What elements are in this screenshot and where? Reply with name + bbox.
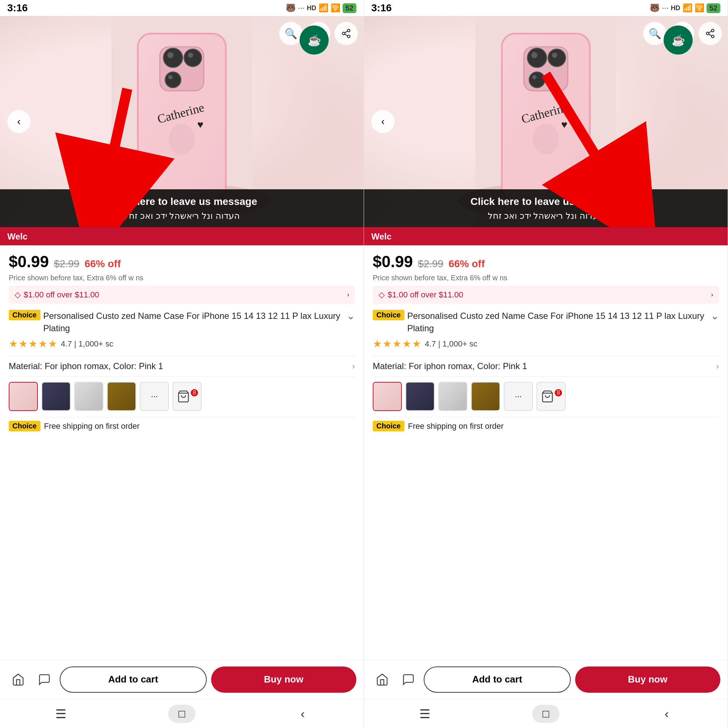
overlay-main-text-right: Click here to leave us message [371,195,720,208]
menu-nav-left[interactable]: ☰ [46,703,75,725]
svg-line-40 [709,34,712,36]
swatch-more-right[interactable]: ··· [504,382,533,411]
svg-line-19 [345,31,348,33]
home-nav-right[interactable]: □ [532,705,559,723]
material-arrow-left: › [352,361,355,371]
back-button-right[interactable]: ‹ [371,110,395,133]
material-text-left: Material: For iphon romax, Color: Pink 1 [9,361,163,371]
price-row-right: $0.99 $2.99 66% off [373,252,719,271]
swatch-3-left[interactable] [74,382,103,411]
add-to-cart-button-left[interactable]: Add to cart [60,667,207,693]
cart-swatch-left[interactable]: 8 [173,382,202,411]
product-info-right: $0.99 $2.99 66% off Price shown before t… [364,245,728,659]
material-row-left[interactable]: Material: For iphon romax, Color: Pink 1… [9,356,355,377]
expand-icon-right[interactable]: ⌄ [711,310,719,322]
stars-row-right: ★★★★★ 4.7 | 1,000+ sc [373,338,719,350]
welcome-strip-left: Welc [0,227,364,245]
product-title-row-right: Choice Personalised Custo zed Name Case … [373,310,719,334]
svg-text:♥: ♥ [561,119,567,130]
shipping-choice-badge-right: Choice [373,421,404,431]
chat-icon-left[interactable] [34,669,55,691]
svg-point-17 [348,35,350,38]
swatch-3-right[interactable] [438,382,467,411]
svg-point-38 [707,32,709,35]
more-icon-right: ··· [662,3,668,13]
bottom-actions-right: Add to cart Buy now [364,659,728,699]
expand-icon-left[interactable]: ⌄ [347,310,355,322]
back-button-left[interactable]: ‹ [7,110,31,133]
shipping-row-right: Choice Free shipping on first order [373,417,719,435]
overlay-sub-text-right: העדוה ונל ריאשהל ידכ ואכ זחל [371,210,720,221]
overlay-banner-right[interactable]: Click here to leave us message העדוה ונל… [364,189,728,227]
buy-now-button-right[interactable]: Buy now [575,667,721,693]
nav-bar-left: ☰ □ ‹ [0,699,364,728]
swatch-2-left[interactable] [41,382,70,411]
add-to-cart-button-right[interactable]: Add to cart [424,667,571,693]
overlay-banner-left[interactable]: Click here to leave us message העדוה ונל… [0,189,364,227]
top-icons-left: 🔍 ♡ ☕ [279,22,358,45]
home-nav-left[interactable]: □ [168,705,195,723]
coupon-arrow-right: › [711,292,713,298]
svg-point-33 [532,124,559,155]
svg-text:♥: ♥ [197,119,203,130]
chat-icon-right[interactable] [398,669,419,691]
right-panel: 3:16 🐻 ··· HD 📶 🛜 52 [364,0,728,728]
share-button-right[interactable] [699,22,722,45]
shipping-text-left: Free shipping on first order [44,422,140,431]
share-button-left[interactable] [335,22,358,45]
back-nav-right[interactable]: ‹ [652,703,681,725]
buy-now-button-left[interactable]: Buy now [211,667,357,693]
coupon-row-left[interactable]: ◇ $1.00 off over $11.00 › [9,286,355,304]
search-button-right[interactable]: 🔍 [643,22,667,45]
svg-line-18 [345,34,348,36]
svg-point-5 [164,48,183,67]
status-bar-left: 3:16 🐻 ··· HD 📶 🛜 52 [0,0,364,16]
svg-point-10 [168,75,173,80]
store-icon-right[interactable] [371,669,393,691]
back-icon-right: ‹ [381,116,384,127]
coupon-row-right[interactable]: ◇ $1.00 off over $11.00 › [373,286,719,304]
search-button-left[interactable]: 🔍 [279,22,303,45]
hd-icon-left: HD [307,5,316,12]
swatch-more-left[interactable]: ··· [140,382,169,411]
svg-point-11 [168,124,195,155]
back-nav-left[interactable]: ‹ [288,703,317,725]
status-bar-right: 3:16 🐻 ··· HD 📶 🛜 52 [364,0,728,16]
bottom-actions-left: Add to cart Buy now [0,659,364,699]
status-icons-right: 🐻 ··· HD 📶 🛜 52 [650,3,720,13]
swatch-2-right[interactable] [405,382,434,411]
swatch-1-right[interactable] [373,382,402,411]
swatch-1-left[interactable] [9,382,38,411]
material-row-right[interactable]: Material: For iphon romax, Color: Pink 1… [373,356,719,377]
cart-swatch-right[interactable]: 8 [537,382,566,411]
swatches-row-left: ··· 8 [9,382,355,411]
material-text-right: Material: For iphon romax, Color: Pink 1 [373,361,527,371]
stars-right: ★★★★★ [373,338,422,350]
svg-point-6 [184,49,202,67]
shipping-text-right: Free shipping on first order [408,422,504,431]
swatch-4-left[interactable] [107,382,136,411]
material-arrow-right: › [716,361,719,371]
battery-right: 52 [707,3,720,13]
left-panel: 3:16 🐻 ··· HD 📶 🛜 52 [0,0,364,728]
choice-badge-right: Choice [373,310,404,320]
price-note-left: Price shown before tax, Extra 6% off w n… [9,274,355,282]
status-time-left: 3:16 [7,2,28,14]
shipping-choice-badge-left: Choice [9,421,40,431]
coupon-text-right: ◇ $1.00 off over $11.00 [379,290,463,300]
price-discount-right: 66% off [448,258,485,270]
swatch-4-right[interactable] [471,382,500,411]
svg-point-9 [188,52,193,58]
status-time-right: 3:16 [371,2,392,14]
product-title-row-left: Choice Personalised Custo zed Name Case … [9,310,355,334]
welcome-strip-right: Welc [364,227,728,245]
product-image-right: Catherine ♥ ‹ 🔍 ♡ [364,16,728,227]
price-note-right: Price shown before tax, Extra 6% off w n… [373,274,719,282]
overlay-sub-text-left: העדוה ונל ריאשהל ידכ ואכ זחל [7,210,356,221]
starbucks-logo-left: ☕ [300,26,329,55]
menu-nav-right[interactable]: ☰ [410,703,439,725]
choice-badge-left: Choice [9,310,40,320]
wifi-icon-left: 🛜 [330,3,340,13]
store-icon-left[interactable] [7,669,29,691]
coupon-icon-left: ◇ [15,290,21,300]
